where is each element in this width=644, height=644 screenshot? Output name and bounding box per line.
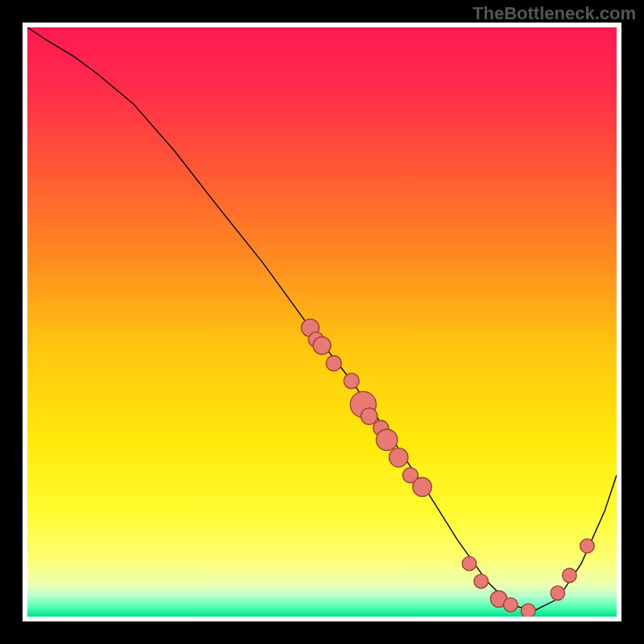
- data-marker: [563, 568, 577, 583]
- data-marker: [551, 586, 565, 601]
- plot-area-outer: [23, 23, 621, 621]
- chart-frame: TheBottleneck.com: [0, 0, 644, 644]
- data-marker: [376, 429, 397, 450]
- data-marker: [474, 574, 489, 588]
- data-marker: [344, 374, 359, 389]
- data-marker: [503, 598, 518, 613]
- data-marker: [580, 539, 595, 553]
- watermark-label: TheBottleneck.com: [473, 3, 636, 24]
- curve-path: [27, 27, 617, 611]
- curve-markers: [301, 319, 594, 617]
- plot-area: [27, 27, 617, 617]
- data-marker: [326, 356, 341, 371]
- bottleneck-curve: [27, 27, 617, 617]
- data-marker: [389, 448, 407, 467]
- data-marker: [313, 336, 331, 354]
- data-marker: [361, 408, 377, 424]
- data-marker: [462, 556, 477, 571]
- data-marker: [413, 477, 431, 496]
- data-marker: [521, 604, 535, 617]
